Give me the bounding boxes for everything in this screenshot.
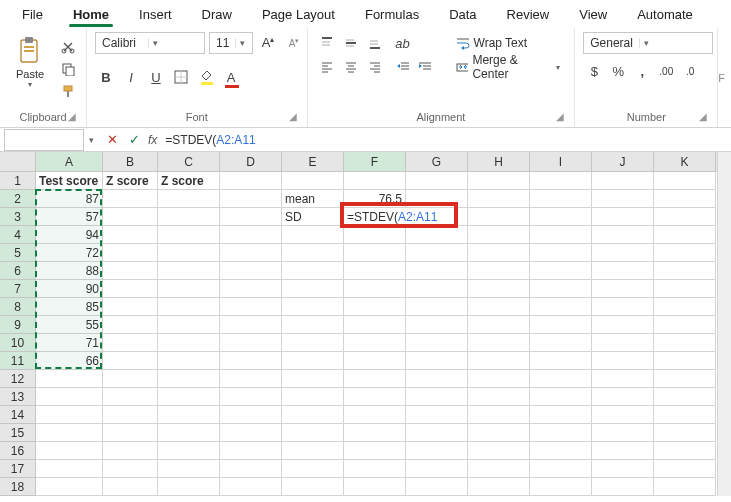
cell[interactable] xyxy=(592,442,654,460)
cell[interactable] xyxy=(592,388,654,406)
tab-draw[interactable]: Draw xyxy=(188,3,246,26)
cell[interactable] xyxy=(654,424,716,442)
font-color-button[interactable]: A xyxy=(220,66,242,88)
cell[interactable] xyxy=(530,388,592,406)
align-center-button[interactable] xyxy=(340,56,362,78)
cell[interactable]: 72 xyxy=(36,244,103,262)
col-header-I[interactable]: I xyxy=(530,152,592,172)
cell[interactable] xyxy=(654,406,716,424)
cell[interactable] xyxy=(103,478,158,496)
cell[interactable] xyxy=(158,316,220,334)
cell[interactable] xyxy=(406,190,468,208)
bold-button[interactable]: B xyxy=(95,66,117,88)
number-launcher-icon[interactable]: ◢ xyxy=(697,111,709,123)
cell[interactable]: 85 xyxy=(36,298,103,316)
cell[interactable] xyxy=(158,280,220,298)
cell[interactable] xyxy=(344,226,406,244)
tab-review[interactable]: Review xyxy=(493,3,564,26)
cell[interactable]: 55 xyxy=(36,316,103,334)
cell[interactable] xyxy=(220,442,282,460)
cell[interactable] xyxy=(344,424,406,442)
cell[interactable]: 66 xyxy=(36,352,103,370)
chevron-down-icon[interactable]: ▾ xyxy=(556,63,560,72)
cell[interactable] xyxy=(103,442,158,460)
clipboard-launcher-icon[interactable]: ◢ xyxy=(66,111,78,123)
cell[interactable] xyxy=(282,424,344,442)
row-header[interactable]: 1 xyxy=(0,172,36,190)
cell[interactable]: Z score xyxy=(158,172,220,190)
cell[interactable] xyxy=(282,334,344,352)
row-header[interactable]: 5 xyxy=(0,244,36,262)
cell[interactable] xyxy=(158,298,220,316)
cell[interactable] xyxy=(220,262,282,280)
cell[interactable] xyxy=(468,424,530,442)
row-header[interactable]: 13 xyxy=(0,388,36,406)
cell[interactable] xyxy=(158,388,220,406)
cell[interactable] xyxy=(654,334,716,352)
cell[interactable]: 88 xyxy=(36,262,103,280)
col-header-C[interactable]: C xyxy=(158,152,220,172)
cell[interactable] xyxy=(592,352,654,370)
cell[interactable] xyxy=(406,406,468,424)
align-bottom-button[interactable] xyxy=(364,32,386,54)
row-header[interactable]: 17 xyxy=(0,460,36,478)
tab-home[interactable]: Home xyxy=(59,3,123,26)
cancel-formula-button[interactable]: ✕ xyxy=(102,130,122,150)
cell[interactable] xyxy=(654,280,716,298)
tab-automate[interactable]: Automate xyxy=(623,3,707,26)
cell[interactable] xyxy=(158,352,220,370)
cell[interactable] xyxy=(406,226,468,244)
cell[interactable] xyxy=(592,208,654,226)
cell[interactable] xyxy=(406,334,468,352)
row-header[interactable]: 18 xyxy=(0,478,36,496)
cell[interactable] xyxy=(103,424,158,442)
cell[interactable] xyxy=(103,226,158,244)
align-top-button[interactable] xyxy=(316,32,338,54)
vertical-scrollbar[interactable] xyxy=(717,152,731,496)
cell[interactable] xyxy=(344,388,406,406)
cell[interactable] xyxy=(344,406,406,424)
cell[interactable] xyxy=(158,244,220,262)
cell[interactable] xyxy=(468,478,530,496)
tab-formulas[interactable]: Formulas xyxy=(351,3,433,26)
cell[interactable] xyxy=(282,460,344,478)
italic-button[interactable]: I xyxy=(120,66,142,88)
cell[interactable] xyxy=(344,334,406,352)
cell[interactable] xyxy=(158,424,220,442)
col-header-H[interactable]: H xyxy=(468,152,530,172)
cell[interactable] xyxy=(282,262,344,280)
cell[interactable] xyxy=(592,370,654,388)
cell[interactable] xyxy=(468,190,530,208)
cell[interactable]: mean xyxy=(282,190,344,208)
merge-center-button[interactable]: Merge & Center▾ xyxy=(450,56,567,78)
cell[interactable] xyxy=(220,460,282,478)
cell[interactable]: Test score xyxy=(36,172,103,190)
select-all-button[interactable] xyxy=(0,152,36,172)
cell[interactable] xyxy=(344,478,406,496)
align-right-button[interactable] xyxy=(364,56,386,78)
cell[interactable] xyxy=(592,406,654,424)
cell[interactable] xyxy=(36,424,103,442)
cell[interactable] xyxy=(282,226,344,244)
underline-button[interactable]: U xyxy=(145,66,167,88)
cell[interactable] xyxy=(530,460,592,478)
cell[interactable] xyxy=(654,478,716,496)
alignment-launcher-icon[interactable]: ◢ xyxy=(554,111,566,123)
row-header[interactable]: 8 xyxy=(0,298,36,316)
cell[interactable] xyxy=(530,424,592,442)
row-header[interactable]: 14 xyxy=(0,406,36,424)
cell[interactable]: 71 xyxy=(36,334,103,352)
cell[interactable] xyxy=(103,388,158,406)
cell[interactable] xyxy=(282,298,344,316)
formula-input[interactable]: =STDEV(A2:A11 xyxy=(163,133,731,147)
align-middle-button[interactable] xyxy=(340,32,362,54)
cell[interactable] xyxy=(654,172,716,190)
cell[interactable] xyxy=(220,334,282,352)
cell[interactable] xyxy=(592,226,654,244)
row-header[interactable]: 10 xyxy=(0,334,36,352)
cell[interactable] xyxy=(654,208,716,226)
fill-color-button[interactable] xyxy=(195,66,217,88)
cell[interactable]: Z score xyxy=(103,172,158,190)
cell[interactable] xyxy=(282,280,344,298)
cell[interactable] xyxy=(468,334,530,352)
